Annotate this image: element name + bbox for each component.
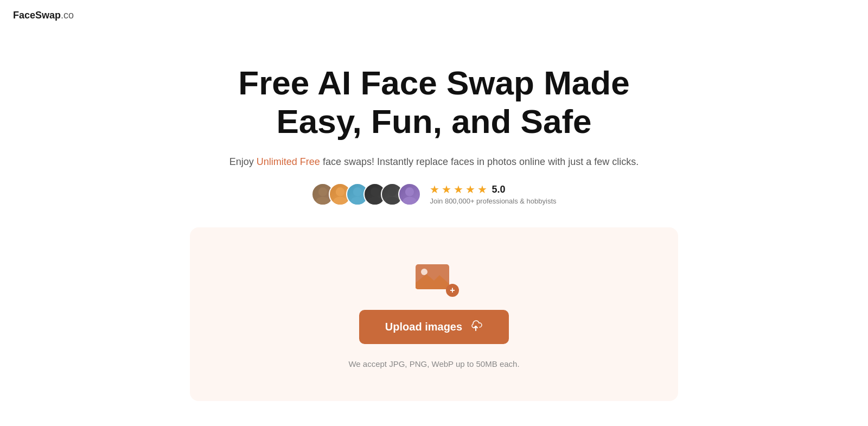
avatar — [398, 183, 421, 206]
upload-area: + Upload images We accept JPG, PNG, WebP… — [190, 227, 678, 401]
subtitle-prefix: Enjoy — [229, 156, 257, 167]
rating-subtitle: Join 800,000+ professionals & hobbyists — [430, 197, 556, 205]
svg-point-2 — [336, 187, 344, 196]
avatar-group — [311, 183, 421, 206]
svg-point-5 — [351, 196, 365, 205]
svg-point-0 — [318, 187, 327, 196]
star-icon: ★ — [430, 183, 439, 196]
svg-point-7 — [368, 196, 382, 205]
svg-point-10 — [405, 187, 414, 196]
svg-point-3 — [334, 196, 347, 205]
social-proof: ★ ★ ★ ★ ★ 5.0 Join 800,000+ professional… — [311, 183, 556, 206]
hero-title: Free AI Face Swap Made Easy, Fun, and Sa… — [201, 63, 667, 141]
star-icon: ★ — [454, 183, 463, 196]
star-icon: ★ — [442, 183, 451, 196]
logo-brand: FaceSwap — [13, 10, 61, 21]
upload-icon-wrapper: + — [414, 260, 454, 295]
main-content: Free AI Face Swap Made Easy, Fun, and Sa… — [0, 31, 868, 401]
header: FaceSwap.co — [0, 0, 868, 31]
svg-point-4 — [353, 187, 362, 196]
subtitle-highlight: Unlimited Free — [257, 156, 320, 167]
rating-number: 5.0 — [492, 184, 505, 195]
star-icon: ★ — [477, 183, 487, 196]
plus-badge: + — [446, 284, 459, 297]
stars-row: ★ ★ ★ ★ ★ 5.0 — [430, 183, 556, 196]
svg-point-1 — [316, 196, 330, 205]
upload-hint: We accept JPG, PNG, WebP up to 50MB each… — [348, 359, 519, 368]
logo-suffix: .co — [61, 10, 74, 21]
svg-point-9 — [386, 196, 399, 205]
hero-subtitle: Enjoy Unlimited Free face swaps! Instant… — [229, 156, 639, 168]
upload-button[interactable]: Upload images — [359, 310, 509, 344]
svg-point-11 — [403, 196, 417, 205]
logo: FaceSwap.co — [13, 10, 74, 21]
upload-button-label: Upload images — [385, 321, 462, 333]
cloud-upload-icon — [469, 320, 483, 334]
svg-point-8 — [388, 187, 397, 196]
rating-block: ★ ★ ★ ★ ★ 5.0 Join 800,000+ professional… — [430, 183, 556, 205]
subtitle-suffix: face swaps! Instantly replace faces in p… — [320, 156, 639, 167]
star-icon: ★ — [465, 183, 475, 196]
svg-point-6 — [371, 187, 379, 196]
